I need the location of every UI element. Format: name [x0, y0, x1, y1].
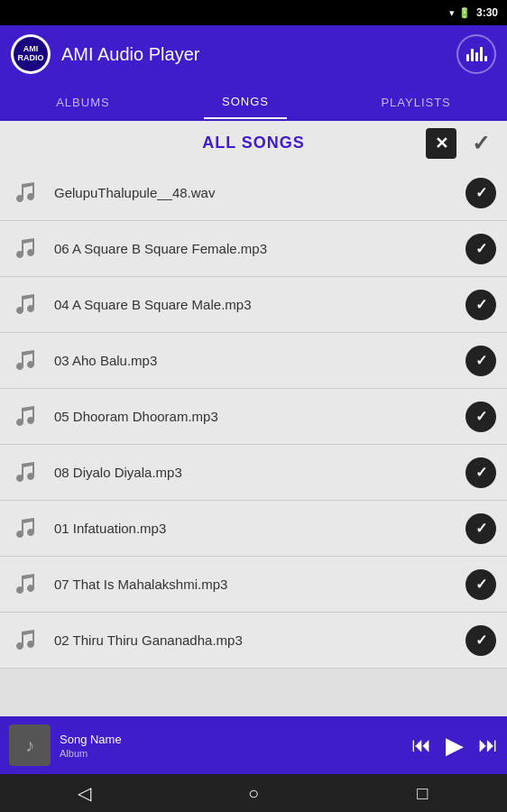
eq-line-1 — [466, 54, 469, 61]
play-button[interactable]: ▶ — [446, 732, 464, 760]
status-bar: ▾ 🔋 3:30 — [0, 0, 507, 25]
song-title: 01 Infatuation.mp3 — [47, 521, 466, 536]
song-check-button[interactable]: ✓ — [466, 401, 496, 432]
song-check-button[interactable]: ✓ — [466, 178, 496, 208]
music-note-icon — [11, 399, 47, 435]
song-row[interactable]: 01 Infatuation.mp3 ✓ — [0, 501, 507, 557]
songs-header-actions: ✕ ✓ — [426, 128, 496, 159]
song-title: 02 Thiru Thiru Gananadha.mp3 — [47, 632, 466, 648]
eq-line-4 — [480, 47, 483, 61]
check-mark-icon: ✓ — [475, 184, 487, 201]
player-info: Song Name Album — [60, 733, 402, 759]
tab-bar: ALBUMS SONGS PLAYLISTS — [0, 83, 507, 121]
music-note-icon — [11, 455, 47, 491]
song-check-button[interactable]: ✓ — [466, 346, 496, 376]
song-row[interactable]: 05 Dhooram Dhooram.mp3 ✓ — [0, 389, 507, 445]
eq-line-3 — [475, 52, 478, 61]
check-mark-icon: ✓ — [475, 408, 487, 425]
eq-line-5 — [484, 56, 487, 61]
check-icon: ✓ — [472, 131, 490, 156]
header-left: AMI RADIO AMI Audio Player — [11, 34, 199, 74]
songs-header: ALL SONGS ✕ ✓ — [0, 121, 507, 165]
player-bar: ♪ Song Name Album ⏮ ▶ ⏭ — [0, 716, 507, 774]
check-mark-icon: ✓ — [475, 632, 487, 649]
nav-bar: ◁ ○ □ — [0, 774, 507, 812]
song-check-button[interactable]: ✓ — [466, 513, 496, 544]
content-area: ALL SONGS ✕ ✓ GelupuThalupule__48.wav ✓ — [0, 121, 507, 716]
player-controls: ⏮ ▶ ⏭ — [411, 732, 498, 760]
status-time: 3:30 — [476, 6, 498, 19]
song-row[interactable]: GelupuThalupule__48.wav ✓ — [0, 165, 507, 221]
song-title: 03 Aho Balu.mp3 — [47, 353, 466, 368]
song-title: 05 Dhooram Dhooram.mp3 — [47, 409, 466, 424]
tab-albums[interactable]: ALBUMS — [38, 87, 127, 118]
song-check-button[interactable]: ✓ — [466, 457, 496, 488]
player-song-name: Song Name — [60, 733, 402, 746]
song-check-button[interactable]: ✓ — [466, 234, 496, 264]
check-mark-icon: ✓ — [475, 520, 487, 537]
menu-button[interactable]: □ — [404, 775, 440, 811]
music-note-icon — [11, 343, 47, 379]
battery-icon: 🔋 — [458, 7, 471, 19]
song-title: 07 That Is Mahalakshmi.mp3 — [47, 577, 466, 592]
equalizer-icon — [466, 47, 487, 61]
check-mark-icon: ✓ — [475, 296, 487, 313]
cancel-selection-button[interactable]: ✕ — [426, 128, 456, 159]
song-row[interactable]: 08 Diyalo Diyala.mp3 ✓ — [0, 445, 507, 501]
home-button[interactable]: ○ — [235, 775, 272, 811]
music-note-icon — [11, 511, 47, 547]
player-album: Album — [60, 748, 402, 759]
song-title: 06 A Square B Square Female.mp3 — [47, 241, 466, 256]
prev-button[interactable]: ⏮ — [411, 734, 431, 757]
song-title: 04 A Square B Square Male.mp3 — [47, 297, 466, 312]
check-mark-icon: ✓ — [475, 240, 487, 257]
song-title: GelupuThalupule__48.wav — [47, 185, 466, 200]
wifi-icon: ▾ — [449, 7, 455, 19]
next-button[interactable]: ⏭ — [478, 734, 498, 757]
song-row[interactable]: 06 A Square B Square Female.mp3 ✓ — [0, 221, 507, 277]
confirm-selection-button[interactable]: ✓ — [466, 128, 496, 159]
app-title: AMI Audio Player — [61, 44, 199, 65]
music-note-icon — [11, 567, 47, 603]
x-icon: ✕ — [435, 134, 448, 153]
player-thumbnail: ♪ — [9, 724, 51, 766]
song-check-button[interactable]: ✓ — [466, 290, 496, 320]
eq-line-2 — [471, 49, 474, 61]
music-note-icon — [11, 231, 47, 267]
check-mark-icon: ✓ — [475, 352, 487, 369]
app-logo: AMI RADIO — [11, 34, 51, 74]
song-row[interactable]: 07 That Is Mahalakshmi.mp3 ✓ — [0, 557, 507, 613]
logo-text: AMI RADIO — [14, 37, 48, 71]
song-check-button[interactable]: ✓ — [466, 625, 496, 656]
status-icons: ▾ 🔋 — [449, 7, 471, 19]
tab-songs[interactable]: SONGS — [204, 86, 287, 119]
tab-playlists[interactable]: PLAYLISTS — [363, 87, 468, 118]
player-thumb-note-icon: ♪ — [25, 735, 34, 756]
song-row[interactable]: 02 Thiru Thiru Gananadha.mp3 ✓ — [0, 613, 507, 669]
song-row[interactable]: 03 Aho Balu.mp3 ✓ — [0, 333, 507, 389]
song-row[interactable]: 04 A Square B Square Male.mp3 ✓ — [0, 277, 507, 333]
all-songs-title: ALL SONGS — [202, 134, 305, 152]
music-note-icon — [11, 175, 47, 211]
music-note-icon — [11, 287, 47, 323]
back-button[interactable]: ◁ — [67, 775, 103, 811]
check-mark-icon: ✓ — [475, 464, 487, 481]
equalizer-button[interactable] — [456, 34, 496, 74]
app-header: AMI RADIO AMI Audio Player — [0, 25, 507, 83]
song-title: 08 Diyalo Diyala.mp3 — [47, 465, 466, 480]
song-check-button[interactable]: ✓ — [466, 569, 496, 600]
check-mark-icon: ✓ — [475, 576, 487, 593]
music-note-icon — [11, 623, 47, 659]
